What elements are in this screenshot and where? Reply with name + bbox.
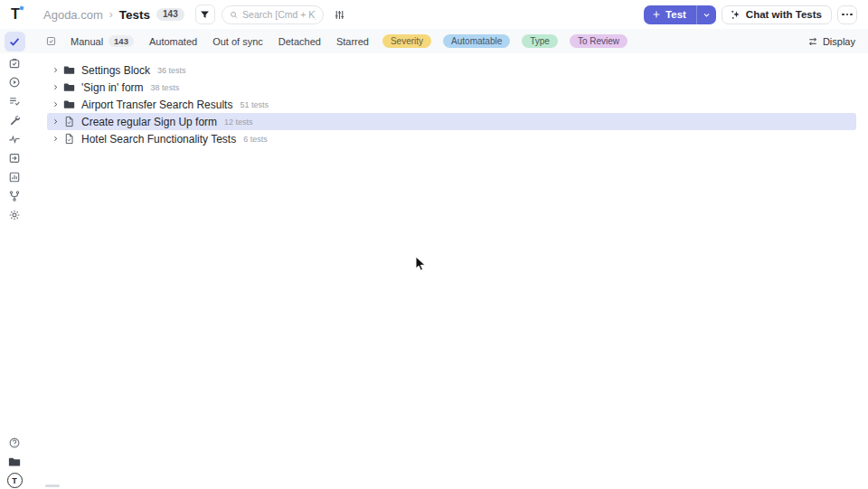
sidebar-item-activity-pulse[interactable]	[5, 129, 25, 148]
chevron-right-icon[interactable]	[52, 100, 60, 108]
sidebar-item-import-tray[interactable]	[5, 148, 25, 167]
row-title: Hotel Search Functionality Tests	[81, 133, 236, 146]
filter-funnel-button[interactable]	[195, 5, 215, 24]
filter-count-badge: 143	[108, 35, 134, 47]
tree-folder-icon	[63, 64, 75, 76]
more-options-button[interactable]	[837, 5, 857, 24]
chevron-down-icon	[703, 11, 711, 19]
suite-row[interactable]: Airport Transfer Search Results51 tests	[47, 96, 856, 113]
swap-arrows-icon	[807, 36, 818, 47]
sidebar-item-tools-wrench[interactable]	[5, 110, 25, 129]
row-test-count: 51 tests	[240, 100, 269, 109]
plans-list-icon	[8, 95, 21, 108]
adjustments-icon	[334, 9, 345, 21]
clipboard-check-icon	[45, 35, 57, 47]
sidebar-item-scheduler-clock[interactable]	[5, 72, 25, 91]
tag-automatable[interactable]: Automatable	[443, 34, 510, 48]
tree-folder-icon	[63, 81, 75, 93]
projects-folder-icon	[8, 456, 21, 468]
filter-detached[interactable]: Detached	[278, 36, 321, 47]
sparkles-icon	[730, 9, 741, 21]
top-header: Agoda.com › Tests 143 Test	[29, 0, 868, 29]
suite-row[interactable]: Settings Block36 tests	[47, 61, 856, 79]
row-test-count: 36 tests	[157, 66, 186, 75]
chevron-right-icon[interactable]	[52, 66, 60, 74]
chevron-right-icon[interactable]	[52, 83, 60, 91]
display-label: Display	[823, 36, 855, 47]
filter-items: Manual143AutomatedOut of syncDetachedSta…	[71, 35, 369, 47]
filter-label: Manual	[71, 36, 103, 47]
test-row[interactable]: Hotel Search Functionality Tests6 tests	[47, 130, 856, 147]
chevron-right-icon[interactable]	[52, 118, 60, 126]
filter-automated[interactable]: Automated	[149, 36, 197, 47]
sidebar-item-reports-chart[interactable]	[5, 167, 25, 186]
search-filters-button[interactable]	[334, 9, 345, 21]
app-root: T T Agoda.com › Tests 143 Test	[0, 0, 868, 489]
filter-starred[interactable]: Starred	[336, 36, 369, 47]
tree-file-icon	[63, 116, 75, 127]
sidebar-item-settings-gear[interactable]	[5, 205, 25, 224]
search-input[interactable]	[242, 9, 316, 20]
sidebar-item-runs-clipboard[interactable]	[5, 53, 25, 72]
settings-gear-icon	[8, 209, 21, 221]
sidebar-item-plans-list[interactable]	[5, 91, 25, 110]
filter-manual[interactable]: Manual143	[71, 35, 134, 47]
breadcrumb-project[interactable]: Agoda.com	[43, 8, 103, 22]
new-test-button[interactable]: Test	[644, 5, 696, 24]
tools-wrench-icon	[8, 114, 21, 127]
more-icon	[842, 14, 844, 15]
filter-tags: SeverityAutomatableTypeTo Review	[382, 34, 627, 48]
help-icon	[8, 437, 21, 449]
sidebar-item-branch[interactable]	[5, 186, 25, 205]
runs-clipboard-icon	[8, 57, 21, 70]
import-tray-icon	[8, 152, 21, 165]
sidebar: T T	[0, 0, 29, 489]
tag-severity[interactable]: Severity	[382, 34, 431, 48]
bulk-select-button[interactable]	[45, 35, 57, 47]
sidebar-item-help[interactable]	[5, 433, 25, 452]
chat-with-tests-button[interactable]: Chat with Tests	[722, 5, 832, 24]
chevron-right-icon[interactable]	[52, 135, 60, 143]
tests-count-badge: 143	[156, 8, 184, 21]
tag-to-review[interactable]: To Review	[570, 34, 627, 48]
filter-label: Starred	[336, 36, 369, 47]
new-test-split-button: Test	[644, 5, 716, 24]
search-icon	[230, 10, 238, 20]
tag-type[interactable]: Type	[522, 34, 558, 48]
filter-out-of-sync[interactable]: Out of sync	[212, 36, 263, 47]
sidebar-item-projects-folder[interactable]	[5, 452, 25, 471]
header-actions: Test Chat with Tests	[644, 5, 857, 24]
app-logo[interactable]: T	[6, 5, 24, 24]
reports-chart-icon	[8, 171, 21, 183]
sidebar-nav	[0, 32, 29, 224]
row-test-count: 12 tests	[224, 118, 253, 127]
new-test-dropdown-button[interactable]	[696, 5, 716, 24]
tree-file-icon	[63, 133, 75, 145]
filter-label: Out of sync	[212, 36, 263, 47]
tests-check-icon	[8, 35, 21, 48]
filter-label: Detached	[278, 36, 321, 47]
chat-with-tests-label: Chat with Tests	[746, 9, 822, 20]
row-title: Create regular Sign Up form	[81, 116, 217, 128]
branch-icon	[8, 190, 21, 202]
suite-row[interactable]: 'Sign in' form38 tests	[47, 79, 856, 96]
activity-pulse-icon	[8, 133, 21, 146]
funnel-icon	[199, 9, 211, 21]
row-title: Settings Block	[81, 64, 150, 77]
scrollbar-fragment	[45, 484, 60, 487]
global-search[interactable]	[222, 5, 324, 24]
sidebar-item-tests-check[interactable]	[5, 32, 25, 52]
filter-label: Automated	[149, 36, 197, 47]
sidebar-bottom: T	[0, 433, 29, 489]
test-row[interactable]: Create regular Sign Up form12 tests	[47, 113, 856, 130]
page-title: Tests	[119, 8, 150, 22]
logo-accent-dot	[19, 5, 24, 10]
tree-folder-icon	[63, 99, 75, 110]
row-title: 'Sign in' form	[81, 81, 144, 94]
test-suites-tree: Settings Block36 tests'Sign in' form38 t…	[29, 52, 868, 489]
row-test-count: 6 tests	[243, 135, 268, 144]
display-settings-button[interactable]: Display	[807, 36, 855, 47]
scheduler-clock-icon	[8, 76, 21, 89]
new-test-label: Test	[665, 9, 686, 20]
user-avatar[interactable]: T	[7, 473, 23, 488]
